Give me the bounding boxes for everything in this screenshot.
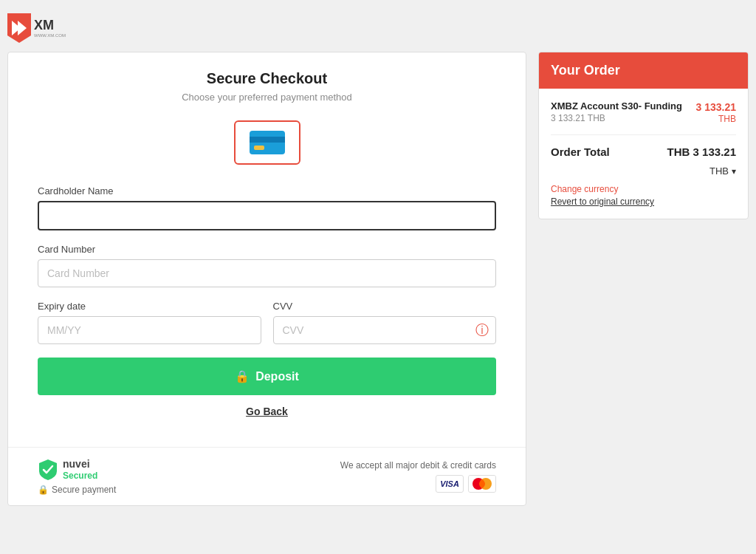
nuvei-secured: Secured (63, 471, 97, 481)
nuvei-brand: nuvei (63, 458, 97, 471)
main-layout: Secure Checkout Choose your preferred pa… (7, 52, 749, 506)
card-number-label: Card Number (38, 244, 496, 255)
cvv-input[interactable] (273, 316, 497, 344)
checkout-footer: nuvei Secured 🔒 Secure payment We accept… (8, 447, 526, 505)
order-total-row: Order Total THB 3 133.21 (551, 146, 736, 158)
expiry-input[interactable] (38, 316, 261, 344)
lock-icon: 🔒 (235, 369, 250, 383)
nuvei-logo: nuvei Secured (38, 458, 116, 482)
order-item-name: XMBZ Account S30- Funding (551, 100, 696, 112)
nuvei-section: nuvei Secured 🔒 Secure payment (38, 458, 116, 495)
order-total-value: THB 3 133.21 (667, 146, 736, 158)
revert-currency-link[interactable]: Revert to original currency (551, 196, 736, 207)
currency-selector-row: THB ▾ (551, 165, 736, 177)
cvv-wrapper: ⓘ (273, 316, 497, 344)
checkout-panel: Secure Checkout Choose your preferred pa… (7, 52, 526, 506)
order-header: Your Order (539, 52, 748, 89)
checkout-title: Secure Checkout (38, 70, 496, 87)
go-back-link[interactable]: Go Back (38, 406, 496, 417)
currency-badge[interactable]: THB ▾ (709, 165, 736, 177)
expiry-label: Expiry date (38, 301, 261, 312)
order-item-price: 3 133.21 THB (696, 100, 737, 124)
svg-text:WWW.XM.COM: WWW.XM.COM (34, 33, 66, 38)
order-item: XMBZ Account S30- Funding 3 133.21 THB 3… (551, 100, 736, 135)
xm-logo: XM WWW.XM.COM (7, 13, 74, 43)
chevron-down-icon: ▾ (732, 166, 736, 177)
cvv-group: CVV ⓘ (273, 301, 497, 344)
accept-text: We accept all major debit & credit cards (340, 460, 496, 471)
cardholder-label: Cardholder Name (38, 185, 496, 196)
cvv-help-icon[interactable]: ⓘ (475, 321, 489, 339)
order-item-price-value: 3 133.21 (696, 101, 737, 113)
header: XM WWW.XM.COM (7, 7, 749, 52)
credit-card-method-button[interactable] (234, 120, 300, 165)
cardholder-name-input[interactable] (38, 201, 496, 230)
credit-card-icon (250, 131, 285, 154)
checkout-subtitle: Choose your preferred payment method (38, 92, 496, 103)
order-total-label: Order Total (551, 146, 610, 158)
logo-container: XM WWW.XM.COM (7, 13, 74, 43)
secure-lock-icon: 🔒 (38, 485, 49, 495)
svg-rect-6 (250, 137, 285, 143)
card-number-input[interactable] (38, 259, 496, 287)
currency-label: THB (709, 165, 729, 177)
mastercard-logo (468, 475, 496, 493)
secure-payment-text: Secure payment (52, 485, 116, 495)
order-item-currency: THB (696, 114, 737, 124)
svg-text:XM: XM (34, 18, 54, 33)
card-number-group: Card Number (38, 244, 496, 287)
footer-right: We accept all major debit & credit cards… (340, 460, 496, 493)
deposit-button[interactable]: 🔒 Deposit (38, 358, 496, 395)
payment-method-selector (38, 120, 496, 165)
expiry-cvv-row: Expiry date CVV ⓘ (38, 301, 496, 344)
order-item-amount: 3 133.21 THB (551, 113, 696, 123)
order-item-left: XMBZ Account S30- Funding 3 133.21 THB (551, 100, 696, 123)
order-body: XMBZ Account S30- Funding 3 133.21 THB 3… (539, 89, 748, 219)
order-header-title: Your Order (551, 63, 736, 78)
expiry-group: Expiry date (38, 301, 261, 344)
nuvei-text-group: nuvei Secured (63, 458, 97, 481)
secure-payment-label: 🔒 Secure payment (38, 485, 116, 495)
nuvei-logo-group: nuvei Secured 🔒 Secure payment (38, 458, 116, 495)
cvv-label: CVV (273, 301, 497, 312)
order-panel: Your Order XMBZ Account S30- Funding 3 1… (538, 52, 749, 219)
page-wrapper: XM WWW.XM.COM Secure Checkout Choose you… (7, 7, 749, 506)
deposit-label: Deposit (255, 370, 299, 383)
checkout-body: Secure Checkout Choose your preferred pa… (8, 52, 526, 447)
card-logos: VISA (340, 475, 496, 493)
cardholder-name-group: Cardholder Name (38, 185, 496, 230)
svg-rect-7 (254, 146, 264, 150)
nuvei-shield-icon (38, 458, 58, 482)
visa-logo: VISA (436, 475, 464, 493)
change-currency-link[interactable]: Change currency (551, 184, 736, 194)
